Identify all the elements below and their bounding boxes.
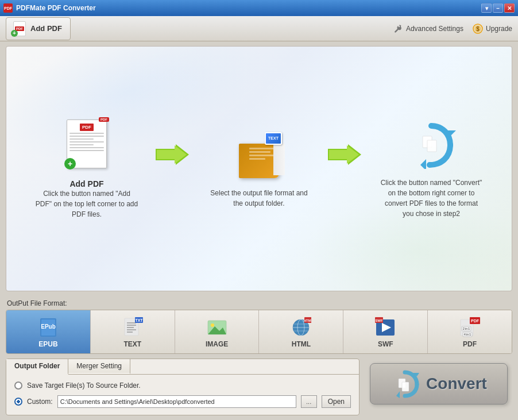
svg-text:SWF: SWF [376,319,384,322]
settings-content: Save Target File(s) To Source Folder. Cu… [6,375,359,415]
green-arrow-icon-2 [328,143,362,166]
main-window: PDF + Add PDF Advanced Settings $ Upgrad… [0,16,518,420]
close-button[interactable]: ✕ [504,3,515,13]
svg-rect-46 [402,382,409,391]
convert-arrows-icon [405,120,457,169]
swf-label: SWF [378,340,393,348]
wrench-icon [393,24,403,34]
advanced-settings-label: Advanced Settings [406,25,463,33]
text-icon: TXT [122,317,143,338]
tab-epub[interactable]: EPub EPUB [6,310,91,353]
arrow-1 [156,143,190,195]
swf-icon: SWF [375,317,396,338]
settings-panel: Output Folder Merger Setting Save Target… [6,359,359,415]
html-icon: HTML [291,317,311,338]
convert-button-text: Convert [426,375,487,393]
upgrade-icon: $ [473,24,483,34]
green-arrow-icon-1 [156,143,190,166]
svg-text:PDF: PDF [471,319,480,323]
upgrade-label: Upgrade [486,25,512,33]
add-pdf-label: Add PDF [30,24,62,33]
toolbar: PDF + Add PDF Advanced Settings $ Upgrad… [0,16,518,41]
radio-source-label: Save Target File(s) To Source Folder. [27,382,141,390]
add-pdf-button[interactable]: PDF + Add PDF [6,17,71,40]
svg-text:EPub: EPub [41,323,56,330]
workflow-area: PDF PDF + Add PDF Click the button named… [6,46,512,291]
browse-button[interactable]: ... [301,395,317,408]
svg-marker-8 [420,159,426,169]
svg-point-23 [211,323,214,327]
svg-marker-4 [157,145,187,164]
svg-marker-6 [329,145,359,164]
epub-icon: EPub [38,317,59,338]
title-bar-left: PDF PDFMate PDF Converter [3,3,96,13]
step2-icon: TEXT [230,129,288,181]
open-button[interactable]: Open [322,395,351,408]
format-tabs: EPub EPUB TXT TEXT [6,310,512,354]
radio-source[interactable] [14,382,22,390]
output-format-section: OutPut File Format: [0,296,518,310]
svg-marker-44 [396,391,400,398]
custom-path-input[interactable] [57,395,296,408]
html-label: HTML [292,340,311,348]
minimize-button[interactable]: – [493,3,503,13]
tab-swf[interactable]: SWF SWF [343,310,428,353]
radio-source-row: Save Target File(s) To Source Folder. [14,382,351,390]
custom-path-row: Custom: ... Open [14,395,351,408]
svg-text:$: $ [476,26,480,32]
convert-button-container: Convert [365,359,512,409]
custom-label: Custom: [27,398,53,406]
svg-text:2 in 1: 2 in 1 [463,327,470,330]
output-format-label: OutPut File Format: [7,299,511,307]
step1-add-label: Add PDF [69,179,103,188]
tab-html[interactable]: HTML HTML [259,310,343,353]
plus-icon: + [11,30,18,37]
svg-rect-10 [427,140,436,152]
image-icon [207,317,227,338]
image-label: IMAGE [206,340,228,348]
step3-icon [403,119,460,171]
bottom-section: Output Folder Merger Setting Save Target… [0,354,518,420]
svg-text:TXT: TXT [135,318,143,322]
rollup-button[interactable]: ▾ [481,3,492,13]
arrow-2 [328,143,362,195]
toolbar-right: Advanced Settings $ Upgrade [393,24,512,34]
window-controls: ▾ – ✕ [481,3,515,13]
upgrade-button[interactable]: $ Upgrade [473,24,512,34]
svg-text:HTML: HTML [304,319,311,322]
pdf-label: PDF [463,340,477,348]
step1-plus-icon: + [64,158,76,169]
tab-text[interactable]: TXT TEXT [91,310,175,353]
pdf-format-icon: PDF 2 in 1 4 in 1 [459,317,480,338]
window-title: PDFMate PDF Converter [16,4,96,12]
title-bar: PDF PDFMate PDF Converter ▾ – ✕ [0,0,518,16]
app-icon: PDF [3,3,13,13]
tab-pdf[interactable]: PDF 2 in 1 4 in 1 PDF [428,310,512,353]
radio-custom[interactable] [14,398,22,406]
tab-merger-setting[interactable]: Merger Setting [68,359,130,374]
convert-button[interactable]: Convert [370,363,508,404]
epub-label: EPUB [38,340,57,348]
advanced-settings-button[interactable]: Advanced Settings [393,24,463,34]
convert-button-icon [391,369,419,398]
workflow-step-3: Click the button named "Convert" on the … [374,119,489,219]
workflow-step-2: TEXT Select the output file format and t… [202,129,316,209]
add-pdf-icon: PDF + [11,21,27,37]
step1-description: Click the button named "Add PDF" on the … [35,188,138,219]
svg-text:4 in 1: 4 in 1 [464,333,471,336]
tab-output-folder[interactable]: Output Folder [6,359,68,375]
step1-icon: PDF PDF + [58,118,115,170]
step3-description: Click the button named "Convert" on the … [380,178,483,219]
text-label: TEXT [123,340,141,348]
workflow-step-1: PDF PDF + Add PDF Click the button named… [29,118,144,219]
step2-description: Select the output file format and the ou… [207,188,311,209]
tab-image[interactable]: IMAGE [175,310,260,353]
settings-tabs: Output Folder Merger Setting [6,359,359,375]
